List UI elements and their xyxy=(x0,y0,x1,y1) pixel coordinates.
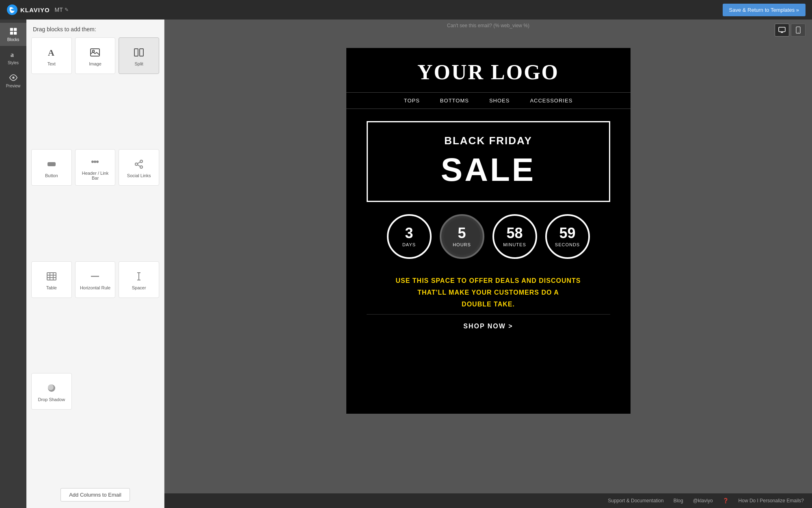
block-header-link-bar[interactable]: Header / Link Bar xyxy=(75,149,116,186)
email-copy: USE THIS SPACE TO OFFER DEALS AND DISCOU… xyxy=(367,271,610,314)
block-text-label: Text xyxy=(48,61,56,66)
svg-rect-11 xyxy=(140,49,143,56)
svg-line-20 xyxy=(138,165,140,167)
nav-bottoms[interactable]: BOTTOMS xyxy=(440,98,469,104)
add-columns-button[interactable]: Add Columns to Email xyxy=(60,488,130,501)
nav-accessories[interactable]: ACCESSORIES xyxy=(530,98,572,104)
preview-label: Preview xyxy=(6,84,21,88)
email-logo-section: YOUR LOGO xyxy=(346,48,631,92)
svg-point-13 xyxy=(91,161,94,163)
split-block-icon xyxy=(133,47,145,58)
countdown-hours-value: 5 xyxy=(458,226,466,241)
svg-point-6 xyxy=(12,76,15,79)
block-spacer[interactable]: Spacer xyxy=(119,261,159,298)
countdown-hours-label: HOURS xyxy=(453,242,471,247)
block-table[interactable]: Table xyxy=(31,261,72,298)
email-copy-line2: THAT'LL MAKE YOUR CUSTOMERS DO A xyxy=(379,287,598,299)
sale-box: BLACK FRIDAY SALE xyxy=(367,121,610,202)
block-image-label: Image xyxy=(89,61,102,66)
edit-icon[interactable]: ✎ xyxy=(65,7,69,13)
footer-help-link[interactable]: How Do I Personalize Emails? xyxy=(739,498,804,504)
sidebar-item-styles[interactable]: a Styles xyxy=(0,46,26,69)
countdown-days-label: DAYS xyxy=(402,242,416,247)
web-view-text: Can't see this email? (% web_view %) xyxy=(447,23,529,28)
block-table-label: Table xyxy=(46,285,57,290)
sidebar-icons: Blocks a Styles Preview xyxy=(0,20,26,508)
topbar: KLAVIYO MT ✎ Save & Return to Templates … xyxy=(0,0,812,20)
svg-rect-32 xyxy=(779,27,785,32)
countdown-minutes-label: MINUTES xyxy=(503,242,526,247)
footer-blog-link[interactable]: Blog xyxy=(674,498,683,504)
klaviyo-logo-icon xyxy=(6,4,18,15)
button-block-icon xyxy=(46,158,57,170)
save-return-button[interactable]: Save & Return to Templates » xyxy=(723,4,806,16)
countdown-minutes: 58 MINUTES xyxy=(492,214,537,259)
nav-shoes[interactable]: SHOES xyxy=(489,98,510,104)
svg-rect-21 xyxy=(47,273,56,280)
svg-point-17 xyxy=(135,163,138,165)
blocks-label: Blocks xyxy=(7,37,19,42)
email-hero-section: BLACK FRIDAY SALE 3 DAYS 5 HOURS 58 MINU… xyxy=(346,109,631,350)
block-social-links[interactable]: Social Links xyxy=(119,149,159,186)
desktop-view-button[interactable] xyxy=(775,24,789,37)
mobile-view-button[interactable] xyxy=(791,24,806,37)
block-drop-shadow-label: Drop Shadow xyxy=(38,397,65,402)
countdown-seconds: 59 SECONDS xyxy=(545,214,590,259)
svg-point-36 xyxy=(798,32,799,33)
block-split[interactable]: Split xyxy=(119,37,159,74)
svg-text:A: A xyxy=(48,48,54,58)
blocks-panel-header: Drag blocks to add them: xyxy=(26,20,164,37)
block-spacer-label: Spacer xyxy=(132,285,146,290)
svg-rect-3 xyxy=(10,32,13,35)
sidebar-item-blocks[interactable]: Blocks xyxy=(0,23,26,46)
svg-rect-10 xyxy=(134,49,138,56)
sidebar-item-preview[interactable]: Preview xyxy=(0,69,26,92)
email-copy-line1: USE THIS SPACE TO OFFER DEALS AND DISCOU… xyxy=(379,275,598,287)
header-link-bar-icon xyxy=(89,156,101,167)
email-canvas-area: Can't see this email? (% web_view %) YOU… xyxy=(164,20,812,508)
footer-help-icon: ❓ xyxy=(723,498,729,504)
block-header-link-bar-label: Header / Link Bar xyxy=(79,171,112,180)
table-block-icon xyxy=(46,271,57,282)
spacer-block-icon xyxy=(133,271,145,282)
svg-rect-12 xyxy=(48,162,56,166)
block-button[interactable]: Button xyxy=(31,149,72,186)
sale-title: BLACK FRIDAY xyxy=(380,135,597,147)
styles-icon: a xyxy=(9,50,18,59)
preview-icon xyxy=(9,73,18,82)
countdown-hours: 5 HOURS xyxy=(440,214,484,259)
footer-support-link[interactable]: Support & Documentation xyxy=(608,498,663,504)
block-text[interactable]: A Text xyxy=(31,37,72,74)
klaviyo-brand-name: KLAVIYO xyxy=(20,7,50,13)
svg-point-14 xyxy=(94,161,96,163)
email-canvas: YOUR LOGO TOPS BOTTOMS SHOES ACCESSORIES… xyxy=(346,48,631,414)
block-button-label: Button xyxy=(45,173,58,178)
page-footer: Support & Documentation Blog @klaviyo ❓ … xyxy=(164,493,812,508)
block-horizontal-rule[interactable]: Horizontal Rule xyxy=(75,261,116,298)
block-horizontal-rule-label: Horizontal Rule xyxy=(80,285,110,290)
blocks-grid: A Text Image Split Button xyxy=(26,37,164,482)
image-block-icon xyxy=(89,47,101,58)
shop-now-button[interactable]: SHOP NOW > xyxy=(367,314,610,338)
svg-point-15 xyxy=(96,161,99,163)
block-image[interactable]: Image xyxy=(75,37,116,74)
klaviyo-logo: KLAVIYO xyxy=(6,4,50,15)
desktop-icon xyxy=(778,26,786,34)
text-block-icon: A xyxy=(46,47,57,58)
project-name-text: MT xyxy=(55,7,63,13)
countdown-days-value: 3 xyxy=(405,226,413,241)
block-drop-shadow[interactable]: Drop Shadow xyxy=(31,373,72,410)
svg-point-31 xyxy=(48,384,54,390)
drop-shadow-icon xyxy=(46,382,57,394)
footer-twitter-link[interactable]: @klaviyo xyxy=(693,498,713,504)
mobile-icon xyxy=(795,26,802,34)
countdown-minutes-value: 58 xyxy=(506,226,523,241)
svg-point-18 xyxy=(140,166,143,168)
email-logo-text: YOUR LOGO xyxy=(354,60,622,84)
social-links-icon xyxy=(133,158,145,170)
view-toggle xyxy=(775,24,806,37)
nav-tops[interactable]: TOPS xyxy=(404,98,420,104)
countdown-seconds-label: SECONDS xyxy=(555,242,580,247)
countdown-timer: 3 DAYS 5 HOURS 58 MINUTES 59 SECONDS xyxy=(367,214,610,259)
horizontal-rule-icon xyxy=(89,271,101,282)
